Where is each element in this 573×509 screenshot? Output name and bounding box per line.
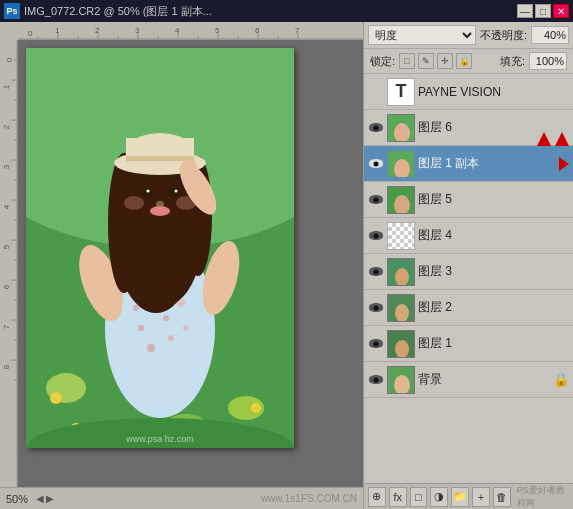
panel-watermark: PS爱好者教程网 [517,484,569,510]
layer-thumbnail [387,258,415,286]
layer-visibility-toggle[interactable] [368,300,384,316]
scroll-left[interactable]: ◀ [36,493,44,504]
svg-point-56 [251,403,261,413]
scroll-right[interactable]: ▶ [46,493,54,504]
link-layers-btn[interactable]: ⊕ [368,487,386,507]
layer-visibility-toggle[interactable] [368,192,384,208]
svg-point-105 [395,340,409,358]
eye-icon [369,195,383,204]
new-layer-btn[interactable]: + [472,487,490,507]
adjustment-layer-btn[interactable]: ◑ [430,487,448,507]
close-button[interactable]: ✕ [553,4,569,18]
eye-icon [369,231,383,240]
eye-icon [369,267,383,276]
eye-icon [369,375,383,384]
svg-text:8: 8 [2,364,11,369]
lock-pixels-btn[interactable]: ✎ [418,53,434,69]
window-controls: — □ ✕ [517,4,569,18]
horizontal-ruler: 0 1 2 3 4 5 6 7 [18,22,363,40]
layer-name: 图层 3 [418,263,569,280]
eye-icon [369,303,383,312]
eye-icon [369,159,383,168]
layer-item[interactable]: 图层 3 [364,254,573,290]
maximize-button[interactable]: □ [535,4,551,18]
layer-visibility-toggle[interactable] [368,120,384,136]
lock-all-btn[interactable]: 🔒 [456,53,472,69]
layer-visibility-toggle[interactable] [368,264,384,280]
bottom-watermark: www.1s1FS.COM.CN [62,493,357,504]
layer-item[interactable]: 图层 5 [364,182,573,218]
layer-visibility-toggle[interactable] [368,372,384,388]
eye-placeholder [368,84,384,100]
svg-text:1: 1 [55,26,60,35]
canvas-with-rulers: 0 1 2 3 4 5 6 7 8 [0,40,363,487]
lock-position-btn[interactable]: ✛ [437,53,453,69]
svg-point-66 [147,344,155,352]
layer-item[interactable]: 图层 1 [364,326,573,362]
svg-text:7: 7 [295,26,300,35]
svg-text:3: 3 [135,26,140,35]
svg-point-88 [124,196,144,210]
photo-canvas: www.psa hz.com [26,48,294,448]
opacity-input[interactable] [531,26,569,44]
svg-marker-97 [537,132,551,146]
layer-name: 图层 2 [418,299,569,316]
layer-name: 背景 [418,371,550,388]
layer-name: 图层 1 [418,335,569,352]
lock-label: 锁定: [370,54,395,69]
svg-text:2: 2 [95,26,100,35]
lock-transparent-btn[interactable]: □ [399,53,415,69]
svg-point-67 [183,325,189,331]
ruler-corner [0,22,18,40]
layers-panel: 明度 不透明度: 锁定: □ ✎ ✛ 🔒 填充: T PAYNE VISION [363,22,573,509]
svg-text:5: 5 [2,244,11,249]
layer-visibility-toggle[interactable] [368,228,384,244]
svg-point-101 [395,268,409,286]
layers-list[interactable]: T PAYNE VISION 图层 6 [364,74,573,483]
canvas-scroll-area[interactable]: www.psa hz.com [18,40,363,487]
eye-icon [369,339,383,348]
layer-item[interactable]: T PAYNE VISION [364,74,573,110]
minimize-button[interactable]: — [517,4,533,18]
svg-text:0: 0 [5,57,14,62]
canvas-area: 0 1 2 3 4 5 6 7 [0,22,363,509]
vertical-ruler: 0 1 2 3 4 5 6 7 8 [0,40,18,487]
svg-text:6: 6 [255,26,260,35]
ruler-row: 0 1 2 3 4 5 6 7 [0,22,363,40]
layer-item[interactable]: 图层 2 [364,290,573,326]
svg-point-82 [140,189,152,197]
main-content: 0 1 2 3 4 5 6 7 [0,22,573,509]
layer-visibility-toggle[interactable] [368,336,384,352]
layer-item-active[interactable]: 图层 1 副本 [364,146,573,182]
svg-rect-81 [126,156,194,161]
fill-label: 填充: [500,54,525,69]
svg-rect-80 [126,138,194,158]
svg-point-83 [168,189,180,197]
new-group-btn[interactable]: 📁 [451,487,469,507]
opacity-label: 不透明度: [480,28,527,43]
svg-text:2: 2 [2,124,11,129]
layer-visibility-toggle[interactable] [368,156,384,172]
svg-point-55 [50,392,62,404]
add-mask-btn[interactable]: □ [410,487,428,507]
delete-layer-btn[interactable]: 🗑 [493,487,511,507]
blend-mode-select[interactable]: 明度 [368,25,476,45]
layer-thumbnail [387,366,415,394]
svg-point-85 [175,190,178,193]
svg-text:7: 7 [2,324,11,329]
layer-styles-btn[interactable]: fx [389,487,407,507]
layer-item[interactable]: 图层 4 [364,218,573,254]
svg-text:0: 0 [28,29,33,38]
svg-text:4: 4 [175,26,180,35]
layer-thumbnail [387,186,415,214]
svg-point-62 [163,315,169,321]
layer-name: 图层 5 [418,191,569,208]
svg-point-65 [168,335,174,341]
layer-thumbnail [387,330,415,358]
layer-name: 图层 4 [418,227,569,244]
fill-input[interactable] [529,52,567,70]
window-title: IMG_0772.CR2 @ 50% (图层 1 副本... [24,4,513,19]
layer-item-background[interactable]: 背景 🔒 [364,362,573,398]
layer-thumbnail [387,294,415,322]
svg-point-103 [395,304,409,322]
